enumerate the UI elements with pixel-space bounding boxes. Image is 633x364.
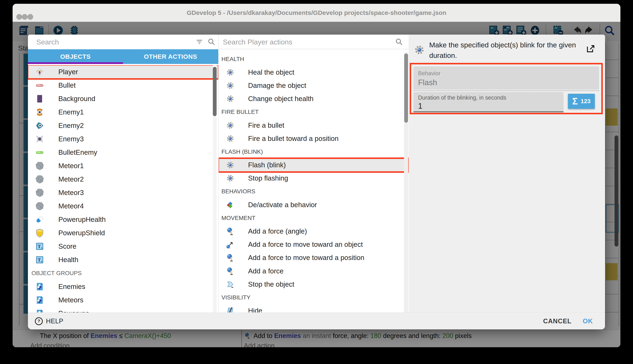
action-row-flash-blink[interactable]: Flash (blink) [219, 158, 409, 172]
help-icon: ? [34, 316, 44, 326]
window-title: GDevelop 5 - /Users/dkarakay/Documents/G… [67, 4, 566, 22]
tab-objects[interactable]: OBJECTS [28, 49, 123, 64]
action-row-add-a-force-to-move-toward-an-object[interactable]: Add a force to move toward an object [219, 238, 409, 251]
object-row-bulletenemy[interactable]: BulletEnemy [28, 146, 218, 159]
field-divider [414, 90, 599, 91]
object-row-meteors[interactable]: Meteors [28, 293, 218, 307]
actions-scrollbar-thumb[interactable] [404, 54, 408, 123]
object-row-poweruphealth[interactable]: PowerupHealth [28, 213, 218, 226]
action-row-heal-the-object[interactable]: Heal the object [219, 66, 409, 79]
objects-search-placeholder: Search [36, 34, 59, 49]
gear-icon [226, 160, 235, 170]
action-label: Damage the object [248, 82, 306, 90]
close-window-icon[interactable] [16, 14, 22, 20]
object-label: Enemy3 [58, 135, 84, 143]
action-row-fire-a-bullet-toward-a-position[interactable]: Fire a bullet toward a position [219, 132, 409, 145]
object-row-health[interactable]: TxHealth [28, 253, 218, 266]
tab-other-actions[interactable]: OTHER ACTIONS [123, 49, 218, 64]
object-row-enemy1[interactable]: Enemy1 [28, 106, 218, 119]
bullet-green-icon [35, 148, 45, 157]
action-row-add-a-force-angle[interactable]: Add a force (angle) [219, 224, 409, 238]
objects-search-field[interactable]: Search [28, 34, 218, 50]
player-ship-icon [35, 67, 45, 77]
action-section-flash-blink: FLASH (BLINK) [219, 145, 409, 158]
object-row-enemies[interactable]: Enemies [28, 280, 218, 293]
object-label: Enemy1 [58, 108, 84, 116]
object-label: PowerupHealth [58, 216, 106, 224]
actions-scrollbar[interactable] [404, 52, 408, 312]
text-object-icon: Tx [35, 242, 45, 251]
action-label: Fire a bullet toward a position [248, 134, 339, 142]
action-row-add-a-force-to-move-toward-a-position[interactable]: Add a force to move toward a position [219, 251, 409, 264]
filter-icon[interactable] [195, 38, 204, 46]
action-label: Change object health [248, 95, 313, 103]
object-row-background[interactable]: Background [28, 92, 218, 106]
gear-icon [226, 134, 235, 143]
open-in-new-icon[interactable] [585, 44, 596, 54]
actions-search-field[interactable]: Search Player actions [218, 34, 409, 49]
gear-icon [226, 174, 235, 183]
object-row-meteor1[interactable]: Meteor1 [28, 159, 218, 172]
object-label: Powerups [58, 310, 89, 312]
object-row-meteor2[interactable]: Meteor2 [28, 172, 218, 186]
meteor-icon [35, 188, 45, 198]
object-row-enemy3[interactable]: Enemy3 [28, 132, 218, 146]
object-row-enemy2[interactable]: Enemy2 [28, 119, 218, 132]
action-label: Fire a bullet [248, 122, 284, 129]
object-label: Health [58, 256, 78, 264]
action-row-add-a-force[interactable]: Add a force [219, 264, 409, 278]
action-label: Add a force (angle) [248, 227, 307, 235]
behavior-field[interactable]: Behavior Flash [414, 66, 599, 90]
enemy-gray-icon [35, 134, 45, 144]
object-label: Player [58, 68, 78, 76]
group-icon [35, 282, 45, 292]
action-row-stop-the-object[interactable]: Stop the object [219, 278, 409, 291]
action-row-hide[interactable]: Hide [219, 304, 409, 312]
gear-icon [226, 68, 235, 77]
expression-editor-button[interactable]: Σ 123 [568, 94, 595, 109]
object-row-powerups[interactable]: Powerups [28, 307, 218, 312]
parameters-annotation-box: Behavior Flash Duration of the blinking,… [410, 63, 603, 114]
object-row-meteor4[interactable]: Meteor4 [28, 200, 218, 213]
objects-scrollbar[interactable] [213, 65, 217, 312]
actions-search-placeholder: Search Player actions [223, 34, 292, 49]
cancel-button[interactable]: CANCEL [543, 313, 571, 330]
action-row-stop-flashing[interactable]: Stop flashing [219, 172, 409, 185]
expression-button-label: 123 [581, 98, 591, 105]
object-row-score[interactable]: TxScore [28, 240, 218, 253]
search-icon [395, 38, 403, 46]
bullet-red-icon [35, 80, 45, 90]
gear-icon [226, 121, 235, 130]
action-row-de-activate-a-behavior[interactable]: De/activate a behavior [219, 198, 409, 211]
behavior-value: Flash [418, 78, 437, 87]
action-row-change-object-health[interactable]: Change object health [219, 92, 409, 106]
zoom-window-icon[interactable] [28, 14, 33, 20]
object-label: Meteor1 [58, 162, 84, 170]
object-label: Background [58, 95, 95, 103]
object-label: Meteor3 [58, 189, 84, 197]
duration-field[interactable]: Duration of the blinking, in seconds 1 [414, 92, 563, 112]
stop-icon [226, 280, 235, 289]
svg-text:x: x [41, 246, 43, 250]
group-icon [35, 309, 45, 312]
action-label: Hide [248, 307, 262, 312]
help-button[interactable]: HELP [46, 313, 63, 330]
action-label: De/activate a behavior [248, 201, 317, 209]
sigma-icon: Σ [572, 97, 578, 106]
action-description: Make the specified object(s) blink for t… [429, 40, 576, 60]
minimize-window-icon[interactable] [22, 14, 28, 20]
group-icon [35, 295, 45, 305]
object-label: Enemy2 [58, 122, 84, 130]
action-row-damage-the-object[interactable]: Damage the object [219, 79, 409, 92]
objects-scrollbar-thumb[interactable] [213, 67, 217, 116]
object-row-bullet[interactable]: Bullet [28, 79, 218, 92]
object-row-meteor3[interactable]: Meteor3 [28, 186, 218, 200]
enemy-orange-icon [35, 107, 45, 117]
action-row-fire-a-bullet[interactable]: Fire a bullet [219, 119, 409, 132]
object-row-player[interactable]: Player [28, 65, 218, 79]
meteor-icon [35, 174, 45, 184]
object-row-powerupshield[interactable]: PowerupShield [28, 226, 218, 240]
ok-button[interactable]: OK [583, 313, 593, 330]
action-label: Heal the object [248, 68, 294, 76]
action-section-fire-bullet: FIRE BULLET [219, 106, 409, 119]
